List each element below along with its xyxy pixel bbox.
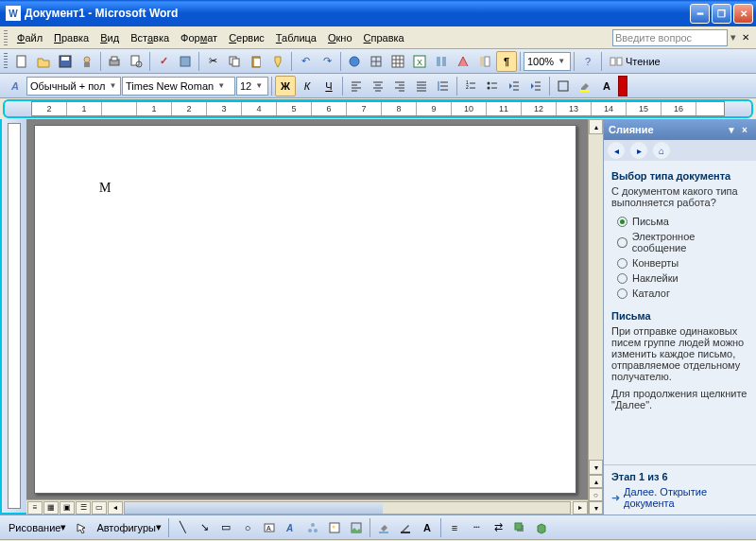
borders-button[interactable] xyxy=(553,76,574,96)
highlight-button[interactable] xyxy=(575,76,595,96)
taskpane-close-button[interactable]: × xyxy=(738,125,751,135)
print-preview-button[interactable] xyxy=(126,51,146,72)
doctype-option[interactable]: Письма xyxy=(611,214,748,229)
clipart-button[interactable] xyxy=(324,517,345,538)
zoom-combo[interactable]: 100%▼ xyxy=(524,52,571,71)
columns-button[interactable] xyxy=(431,51,452,72)
3d-button[interactable] xyxy=(531,517,552,538)
decrease-indent-button[interactable] xyxy=(504,76,524,96)
show-hide-button[interactable]: ¶ xyxy=(496,51,517,72)
doctype-option[interactable]: Конверты xyxy=(611,255,748,270)
help-search-input[interactable] xyxy=(612,29,728,46)
hyperlink-button[interactable] xyxy=(344,51,365,72)
menu-window[interactable]: Окно xyxy=(322,30,358,45)
spelling-button[interactable]: ✓ xyxy=(153,51,174,72)
arrow-style-button[interactable]: ⇄ xyxy=(488,517,508,538)
scroll-right-button[interactable]: ▸ xyxy=(573,501,588,515)
cut-button[interactable]: ✂ xyxy=(202,51,223,72)
italic-button[interactable]: К xyxy=(297,76,318,96)
select-browse-button[interactable]: ○ xyxy=(589,488,603,501)
minimize-button[interactable]: ━ xyxy=(690,4,710,24)
copy-button[interactable] xyxy=(224,51,245,72)
next-page-button[interactable]: ▾ xyxy=(589,501,603,515)
textbox-button[interactable]: A xyxy=(259,517,280,538)
menu-table[interactable]: Таблица xyxy=(270,30,322,45)
align-right-button[interactable] xyxy=(389,76,410,96)
doc-map-button[interactable] xyxy=(474,51,495,72)
scroll-down-button[interactable]: ▾ xyxy=(589,460,603,475)
maximize-button[interactable]: ❐ xyxy=(712,4,731,24)
document-page[interactable]: М xyxy=(34,125,576,494)
select-objects-button[interactable] xyxy=(71,517,92,538)
doctype-option[interactable]: Каталог xyxy=(611,286,748,301)
format-painter-button[interactable] xyxy=(267,51,288,72)
print-button[interactable] xyxy=(104,51,125,72)
paste-button[interactable] xyxy=(246,51,266,72)
nav-home-icon[interactable]: ⌂ xyxy=(653,142,670,159)
print-layout-view-button[interactable]: ▣ xyxy=(60,501,75,515)
nav-forward-icon[interactable]: ▸ xyxy=(630,142,647,159)
line-color-button[interactable] xyxy=(395,517,416,538)
read-mode-button[interactable]: Чтение xyxy=(605,51,665,72)
align-justify-button[interactable] xyxy=(411,76,432,96)
arrow-button[interactable]: ↘ xyxy=(194,517,215,538)
document-area[interactable]: М xyxy=(26,119,588,499)
grip-icon[interactable] xyxy=(4,53,8,70)
hscroll-track[interactable] xyxy=(124,501,571,515)
styles-pane-button[interactable]: A xyxy=(5,76,26,96)
font-color-draw-button[interactable]: A xyxy=(417,517,438,538)
menu-edit[interactable]: Правка xyxy=(48,30,94,45)
wizard-next-link[interactable]: ➜ Далее. Открытие документа xyxy=(611,486,748,509)
taskpane-dropdown-button[interactable]: ▼ xyxy=(725,125,738,135)
autoshapes-button[interactable]: Автофигуры ▾ xyxy=(93,517,165,538)
menu-insert[interactable]: Вставка xyxy=(125,30,175,45)
redo-button[interactable]: ↷ xyxy=(317,51,337,72)
save-button[interactable] xyxy=(55,51,76,72)
dash-style-button[interactable]: ┄ xyxy=(466,517,487,538)
scroll-left-button[interactable]: ◂ xyxy=(108,501,123,515)
bullets-button[interactable] xyxy=(482,76,503,96)
shadow-button[interactable] xyxy=(509,517,530,538)
doctype-option[interactable]: Электронное сообщение xyxy=(611,229,748,255)
align-left-button[interactable] xyxy=(346,76,367,96)
undo-button[interactable]: ↶ xyxy=(295,51,316,72)
doctype-option[interactable]: Наклейки xyxy=(611,270,748,286)
menu-tools[interactable]: Сервис xyxy=(223,30,270,45)
bold-button[interactable]: Ж xyxy=(275,76,296,96)
fill-color-button[interactable] xyxy=(373,517,394,538)
grip-icon[interactable] xyxy=(4,30,8,45)
excel-button[interactable]: X xyxy=(409,51,430,72)
open-button[interactable] xyxy=(33,51,54,72)
drawing-menu-button[interactable]: Рисование ▾ xyxy=(5,517,70,538)
help-button[interactable]: ? xyxy=(577,51,598,72)
oval-button[interactable]: ○ xyxy=(237,517,258,538)
font-color-swatch[interactable] xyxy=(618,76,627,96)
doc-close-button[interactable]: ✕ xyxy=(739,32,752,43)
underline-button[interactable]: Ч xyxy=(318,76,339,96)
increase-indent-button[interactable] xyxy=(525,76,546,96)
research-button[interactable] xyxy=(175,51,196,72)
drawing-button[interactable] xyxy=(453,51,473,72)
new-doc-button[interactable] xyxy=(11,51,32,72)
normal-view-button[interactable]: ≡ xyxy=(27,501,43,515)
vertical-ruler[interactable] xyxy=(8,123,21,509)
horizontal-ruler[interactable]: 2112345678910111213141516 xyxy=(31,101,725,116)
permission-button[interactable] xyxy=(77,51,97,72)
line-style-button[interactable]: ≡ xyxy=(444,517,465,538)
numbering-button[interactable]: 12 xyxy=(460,76,481,96)
close-button[interactable]: ✕ xyxy=(733,4,753,24)
rectangle-button[interactable]: ▭ xyxy=(215,517,236,538)
align-center-button[interactable] xyxy=(368,76,388,96)
outline-view-button[interactable]: ☰ xyxy=(76,501,91,515)
hscroll-thumb[interactable] xyxy=(125,502,383,514)
line-button[interactable]: ╲ xyxy=(172,517,193,538)
scroll-up-button[interactable]: ▴ xyxy=(589,119,603,134)
vscroll-track[interactable] xyxy=(589,134,603,460)
menu-help[interactable]: Справка xyxy=(358,30,410,45)
insert-table-button[interactable] xyxy=(387,51,408,72)
wordart-button[interactable]: A xyxy=(281,517,301,538)
style-combo[interactable]: Обычный + пол▼ xyxy=(26,77,121,96)
picture-button[interactable] xyxy=(346,517,367,538)
nav-back-icon[interactable]: ◂ xyxy=(608,142,625,159)
diagram-button[interactable] xyxy=(302,517,323,538)
